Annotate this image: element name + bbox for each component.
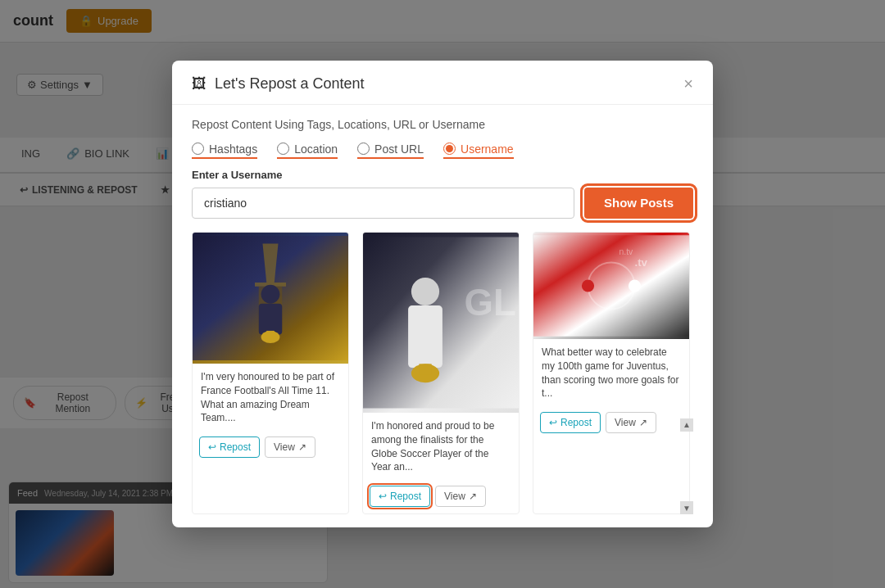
external-link-icon-1: ↗ bbox=[298, 441, 306, 453]
radio-group: Hashtags Location Post URL Username bbox=[192, 142, 693, 156]
post-svg-1 bbox=[193, 233, 348, 364]
modal-body: Repost Content Using Tags, Locations, UR… bbox=[172, 105, 713, 527]
modal-title: 🖼 Let's Repost a Content bbox=[192, 75, 365, 93]
post-image-2: GL bbox=[363, 233, 519, 413]
external-link-icon-2: ↗ bbox=[469, 491, 477, 502]
view-button-1[interactable]: View ↗ bbox=[265, 436, 315, 458]
repost-icon-2: ↩ bbox=[379, 491, 387, 502]
post-actions-1: ↩ Repost View ↗ bbox=[193, 432, 348, 464]
radio-username[interactable]: Username bbox=[443, 142, 514, 156]
svg-text:.tv: .tv bbox=[635, 256, 648, 269]
post-text-1: I'm very honoured to be part of France F… bbox=[193, 364, 348, 432]
post-card-2: GL I'm honored and proud to be among the… bbox=[362, 232, 520, 514]
radio-underline-username bbox=[443, 157, 514, 159]
svg-rect-10 bbox=[408, 305, 442, 368]
svg-point-15 bbox=[582, 279, 594, 292]
radio-underline bbox=[192, 157, 257, 159]
repost-button-3[interactable]: ↩ Repost bbox=[540, 412, 601, 433]
repost-button-1[interactable]: ↩ Repost bbox=[199, 436, 260, 458]
image-icon: 🖼 bbox=[192, 75, 206, 93]
post-card-1: I'm very honoured to be part of France F… bbox=[192, 232, 349, 514]
scroll-up-arrow[interactable]: ▲ bbox=[680, 418, 693, 432]
radio-username-input[interactable] bbox=[443, 142, 456, 155]
modal-header: 🖼 Let's Repost a Content × bbox=[172, 61, 713, 105]
repost-icon-1: ↩ bbox=[208, 441, 216, 453]
post-card-3: .tv n.tv What better way to celebrate my… bbox=[533, 232, 690, 514]
post-text-3: What better way to celebrate my 100th ga… bbox=[533, 339, 689, 407]
radio-location[interactable]: Location bbox=[277, 142, 338, 156]
external-link-icon-3: ↗ bbox=[639, 417, 647, 428]
svg-rect-13 bbox=[533, 235, 689, 337]
scroll-down-arrow[interactable]: ▼ bbox=[680, 501, 693, 514]
svg-point-16 bbox=[629, 279, 641, 292]
username-input[interactable] bbox=[192, 188, 574, 219]
svg-rect-4 bbox=[259, 304, 283, 335]
show-posts-button[interactable]: Show Posts bbox=[584, 188, 693, 219]
view-button-3[interactable]: View ↗ bbox=[606, 412, 656, 433]
radio-underline-location bbox=[277, 157, 338, 159]
posts-grid: I'm very honoured to be part of France F… bbox=[192, 232, 693, 514]
modal-subtitle: Repost Content Using Tags, Locations, UR… bbox=[192, 118, 693, 131]
posts-scroll-container: I'm very honoured to be part of France F… bbox=[192, 232, 693, 514]
radio-post-url-input[interactable] bbox=[357, 142, 370, 155]
post-svg-2: GL bbox=[363, 233, 519, 413]
view-button-2[interactable]: View ↗ bbox=[435, 486, 486, 507]
radio-post-url[interactable]: Post URL bbox=[357, 142, 424, 156]
svg-point-3 bbox=[261, 285, 280, 304]
post-svg-3: .tv n.tv bbox=[533, 233, 689, 339]
repost-icon-3: ↩ bbox=[549, 417, 557, 428]
post-actions-2: ↩ Repost View ↗ bbox=[363, 481, 519, 513]
modal-overlay: 🖼 Let's Repost a Content × Repost Conten… bbox=[0, 0, 885, 588]
post-image-3: .tv n.tv bbox=[533, 233, 689, 339]
post-image-1 bbox=[193, 233, 348, 364]
input-label: Enter a Username bbox=[192, 169, 693, 181]
repost-button-2[interactable]: ↩ Repost bbox=[370, 486, 430, 507]
svg-rect-12 bbox=[419, 364, 431, 374]
radio-underline-post-url bbox=[357, 157, 424, 159]
post-actions-3: ↩ Repost View ↗ bbox=[533, 407, 689, 440]
svg-point-9 bbox=[411, 278, 439, 305]
radio-hashtags[interactable]: Hashtags bbox=[192, 142, 257, 156]
radio-hashtags-input[interactable] bbox=[192, 142, 204, 155]
modal-close-button[interactable]: × bbox=[683, 75, 693, 92]
repost-modal: 🖼 Let's Repost a Content × Repost Conten… bbox=[172, 61, 713, 527]
post-text-2: I'm honored and proud to be among the fi… bbox=[363, 413, 519, 481]
input-row: Show Posts bbox=[192, 188, 693, 219]
svg-rect-6 bbox=[266, 331, 275, 339]
radio-location-input[interactable] bbox=[277, 142, 289, 155]
svg-text:n.tv: n.tv bbox=[620, 247, 634, 256]
svg-text:GL: GL bbox=[465, 281, 516, 323]
